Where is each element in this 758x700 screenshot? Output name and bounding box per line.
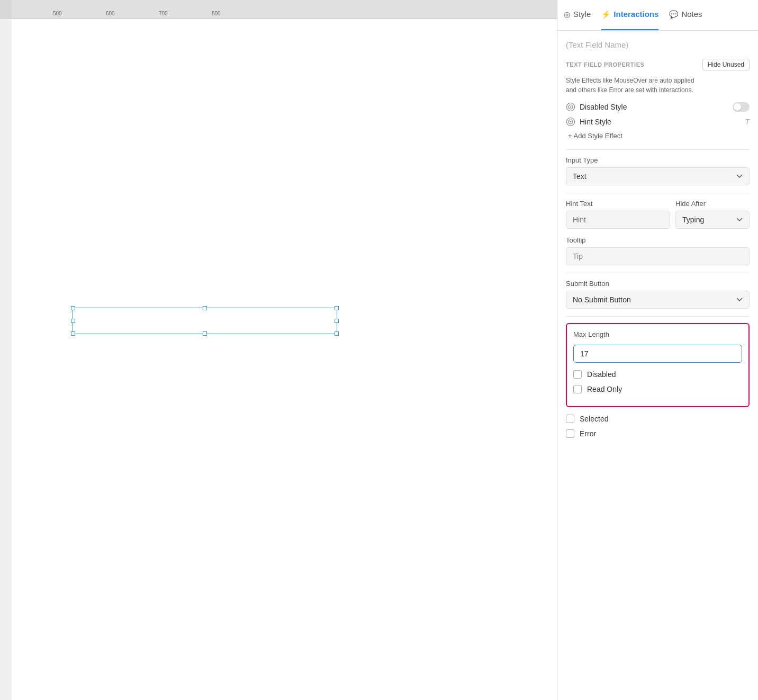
divider-3 xyxy=(566,273,750,273)
tooltip-group: Tooltip xyxy=(566,236,750,265)
error-label: Error xyxy=(580,429,596,438)
tab-interactions-label: Interactions xyxy=(613,10,658,19)
add-style-effect-button[interactable]: + Add Style Effect xyxy=(568,132,750,140)
error-checkbox[interactable] xyxy=(566,429,574,438)
hint-text-label: Hint Text xyxy=(566,200,670,208)
svg-point-5 xyxy=(570,121,571,122)
hint-text-input[interactable] xyxy=(566,211,670,229)
disabled-style-left: Disabled Style xyxy=(566,102,627,112)
ruler-corner xyxy=(0,0,12,19)
tab-interactions[interactable]: ⚡ Interactions xyxy=(601,0,658,30)
hint-style-t: T xyxy=(745,118,750,126)
tab-style[interactable]: ◎ Style xyxy=(564,0,591,30)
tooltip-input[interactable] xyxy=(566,247,750,265)
handle-middle-right[interactable] xyxy=(335,319,339,323)
panel-content: (Text Field Name) TEXT FIELD PROPERTIES … xyxy=(557,31,758,700)
disabled-style-label: Disabled Style xyxy=(580,103,627,111)
max-length-section: Max Length Disabled Read Only xyxy=(566,323,750,407)
tab-style-label: Style xyxy=(573,10,591,19)
handle-bottom-right[interactable] xyxy=(335,331,339,336)
right-panel: ◎ Style ⚡ Interactions 💬 Notes (Text Fie… xyxy=(557,0,758,700)
ruler-tick: 800 xyxy=(212,11,221,16)
input-type-label: Input Type xyxy=(566,156,750,164)
target-icon-hint xyxy=(566,117,575,127)
disabled-checkbox-row: Disabled Read Only xyxy=(573,370,742,393)
handle-top-left[interactable] xyxy=(71,306,75,310)
hide-after-select[interactable]: Typing Focus Never xyxy=(675,211,750,229)
selected-label: Selected xyxy=(580,415,608,423)
disabled-row: Disabled xyxy=(573,370,742,379)
hint-style-row: Hint Style T xyxy=(566,117,750,127)
hide-after-label: Hide After xyxy=(675,200,750,208)
tab-notes[interactable]: 💬 Notes xyxy=(669,0,702,30)
max-length-input[interactable] xyxy=(573,345,742,363)
handle-middle-left[interactable] xyxy=(71,319,75,323)
style-effects-description: Style Effects like MouseOver are auto ap… xyxy=(566,76,750,95)
disabled-style-toggle[interactable] xyxy=(733,102,750,112)
disabled-label: Disabled xyxy=(587,370,616,379)
divider-4 xyxy=(566,316,750,317)
handle-bottom-middle[interactable] xyxy=(203,331,207,336)
target-icon-disabled xyxy=(566,102,575,112)
ruler-tick: 600 xyxy=(106,11,115,16)
widget-box xyxy=(73,308,337,334)
divider-2 xyxy=(566,193,750,193)
hide-after-group: Hide After Typing Focus Never xyxy=(675,200,750,229)
interactions-icon: ⚡ xyxy=(601,10,610,19)
divider-1 xyxy=(566,149,750,150)
input-type-group: Input Type Text Password Email Number Te… xyxy=(566,156,750,185)
hint-style-label: Hint Style xyxy=(580,118,611,126)
handle-top-right[interactable] xyxy=(335,306,339,310)
read-only-row: Read Only xyxy=(573,385,742,393)
submit-button-select[interactable]: No Submit Button Submit Search xyxy=(566,291,750,309)
section-header: TEXT FIELD PROPERTIES Hide Unused xyxy=(566,59,750,70)
tab-notes-label: Notes xyxy=(681,10,702,19)
hint-style-left: Hint Style xyxy=(566,117,611,127)
canvas-widget[interactable] xyxy=(73,308,337,334)
tabs-bar: ◎ Style ⚡ Interactions 💬 Notes xyxy=(557,0,758,31)
handle-top-middle[interactable] xyxy=(203,306,207,310)
selected-checkbox[interactable] xyxy=(566,415,574,423)
section-label: TEXT FIELD PROPERTIES xyxy=(566,61,644,68)
field-name: (Text Field Name) xyxy=(566,38,750,51)
ruler-horizontal: 500 600 700 800 xyxy=(12,0,557,19)
error-row: Error xyxy=(566,429,750,438)
tooltip-label: Tooltip xyxy=(566,236,750,244)
max-length-label: Max Length xyxy=(573,330,742,338)
canvas-area: ▼ 500 600 700 800 xyxy=(0,0,557,700)
canvas-content xyxy=(12,19,557,700)
hide-unused-button[interactable]: Hide Unused xyxy=(702,59,750,70)
notes-icon: 💬 xyxy=(669,10,678,19)
hint-row: Hint Text Hide After Typing Focus Never xyxy=(566,200,750,229)
hint-text-group: Hint Text xyxy=(566,200,670,229)
handle-bottom-left[interactable] xyxy=(71,331,75,336)
submit-button-group: Submit Button No Submit Button Submit Se… xyxy=(566,280,750,309)
disabled-checkbox[interactable] xyxy=(573,370,582,379)
ruler-tick: 700 xyxy=(159,11,168,16)
read-only-label: Read Only xyxy=(587,385,622,393)
read-only-checkbox[interactable] xyxy=(573,385,582,393)
style-icon: ◎ xyxy=(564,10,570,19)
svg-point-2 xyxy=(570,106,571,107)
input-type-select[interactable]: Text Password Email Number Tel URL xyxy=(566,167,750,185)
submit-button-label: Submit Button xyxy=(566,280,750,288)
selected-row: Selected xyxy=(566,415,750,423)
ruler-tick: 500 xyxy=(53,11,62,16)
disabled-style-row: Disabled Style xyxy=(566,102,750,112)
